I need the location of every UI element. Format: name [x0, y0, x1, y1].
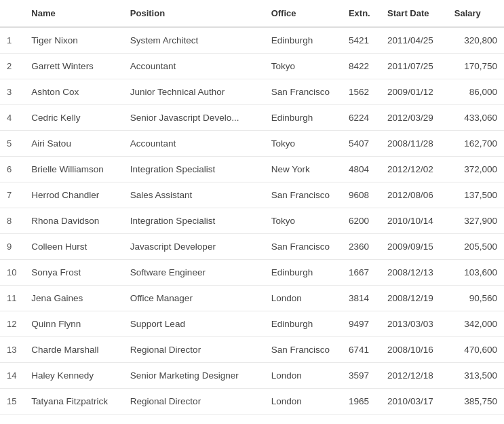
- cell-salary: 137,500: [448, 182, 504, 208]
- cell-office: London: [265, 286, 342, 311]
- cell-num: 5: [0, 131, 24, 157]
- header-office[interactable]: Office: [265, 0, 342, 27]
- cell-position: Integration Specialist: [123, 208, 265, 234]
- cell-salary: 433,060: [448, 105, 504, 131]
- cell-extn: 1965: [342, 389, 381, 415]
- cell-num: 4: [0, 105, 24, 131]
- cell-num: 8: [0, 208, 24, 234]
- cell-office: Edinburgh: [265, 27, 342, 54]
- header-salary[interactable]: Salary: [448, 0, 504, 27]
- cell-name: Jena Gaines: [24, 286, 123, 311]
- cell-salary: 327,900: [448, 208, 504, 234]
- cell-extn: 1562: [342, 79, 381, 105]
- cell-position: Regional Director: [123, 389, 265, 415]
- table-row[interactable]: 2Garrett WintersAccountantTokyo84222011/…: [0, 54, 504, 79]
- cell-position: Sales Assistant: [123, 182, 265, 208]
- cell-extn: 3814: [342, 286, 381, 311]
- cell-office: Edinburgh: [265, 260, 342, 286]
- cell-startdate: 2010/10/14: [381, 208, 448, 234]
- cell-office: Tokyo: [265, 208, 342, 234]
- cell-office: London: [265, 363, 342, 389]
- cell-extn: 9608: [342, 182, 381, 208]
- cell-num: 15: [0, 389, 24, 415]
- table-row[interactable]: 15Tatyana FitzpatrickRegional DirectorLo…: [0, 389, 504, 415]
- table-row[interactable]: 1Tiger NixonSystem ArchitectEdinburgh542…: [0, 27, 504, 54]
- employees-table-container: Name Position Office Extn. Start Date Sa…: [0, 0, 504, 415]
- table-row[interactable]: 5Airi SatouAccountantTokyo54072008/11/28…: [0, 131, 504, 157]
- cell-office: Edinburgh: [265, 311, 342, 337]
- cell-position: Javascript Developer: [123, 234, 265, 260]
- cell-startdate: 2009/09/15: [381, 234, 448, 260]
- table-row[interactable]: 12Quinn FlynnSupport LeadEdinburgh949720…: [0, 311, 504, 337]
- cell-position: System Architect: [123, 27, 265, 54]
- cell-num: 14: [0, 363, 24, 389]
- table-row[interactable]: 8Rhona DavidsonIntegration SpecialistTok…: [0, 208, 504, 234]
- cell-name: Quinn Flynn: [24, 311, 123, 337]
- cell-startdate: 2012/12/18: [381, 363, 448, 389]
- cell-name: Tiger Nixon: [24, 27, 123, 54]
- cell-startdate: 2008/10/16: [381, 337, 448, 363]
- cell-office: London: [265, 389, 342, 415]
- cell-salary: 90,560: [448, 286, 504, 311]
- header-position[interactable]: Position: [123, 0, 265, 27]
- table-row[interactable]: 13Charde MarshallRegional DirectorSan Fr…: [0, 337, 504, 363]
- cell-extn: 5407: [342, 131, 381, 157]
- cell-name: Rhona Davidson: [24, 208, 123, 234]
- cell-num: 11: [0, 286, 24, 311]
- cell-salary: 313,500: [448, 363, 504, 389]
- cell-name: Charde Marshall: [24, 337, 123, 363]
- cell-office: San Francisco: [265, 234, 342, 260]
- cell-salary: 162,700: [448, 131, 504, 157]
- table-row[interactable]: 9Colleen HurstJavascript DeveloperSan Fr…: [0, 234, 504, 260]
- cell-name: Brielle Williamson: [24, 157, 123, 182]
- header-extn[interactable]: Extn.: [342, 0, 381, 27]
- cell-salary: 342,000: [448, 311, 504, 337]
- cell-name: Garrett Winters: [24, 54, 123, 79]
- cell-startdate: 2012/03/29: [381, 105, 448, 131]
- cell-name: Airi Satou: [24, 131, 123, 157]
- cell-salary: 470,600: [448, 337, 504, 363]
- cell-num: 9: [0, 234, 24, 260]
- cell-num: 7: [0, 182, 24, 208]
- cell-salary: 170,750: [448, 54, 504, 79]
- table-row[interactable]: 6Brielle WilliamsonIntegration Specialis…: [0, 157, 504, 182]
- cell-extn: 3597: [342, 363, 381, 389]
- cell-office: San Francisco: [265, 337, 342, 363]
- cell-position: Accountant: [123, 54, 265, 79]
- cell-extn: 4804: [342, 157, 381, 182]
- cell-name: Ashton Cox: [24, 79, 123, 105]
- header-name[interactable]: Name: [24, 0, 123, 27]
- header-num: [0, 0, 24, 27]
- cell-extn: 6224: [342, 105, 381, 131]
- cell-name: Cedric Kelly: [24, 105, 123, 131]
- cell-num: 1: [0, 27, 24, 54]
- cell-salary: 372,000: [448, 157, 504, 182]
- cell-office: Tokyo: [265, 131, 342, 157]
- header-startdate[interactable]: Start Date: [381, 0, 448, 27]
- cell-position: Integration Specialist: [123, 157, 265, 182]
- table-row[interactable]: 14Haley KennedySenior Marketing Designer…: [0, 363, 504, 389]
- cell-num: 10: [0, 260, 24, 286]
- table-row[interactable]: 7Herrod ChandlerSales AssistantSan Franc…: [0, 182, 504, 208]
- cell-extn: 5421: [342, 27, 381, 54]
- cell-name: Tatyana Fitzpatrick: [24, 389, 123, 415]
- cell-startdate: 2011/04/25: [381, 27, 448, 54]
- cell-num: 6: [0, 157, 24, 182]
- table-row[interactable]: 3Ashton CoxJunior Technical AuthorSan Fr…: [0, 79, 504, 105]
- cell-office: Tokyo: [265, 54, 342, 79]
- cell-name: Haley Kennedy: [24, 363, 123, 389]
- table-row[interactable]: 11Jena GainesOffice ManagerLondon3814200…: [0, 286, 504, 311]
- cell-position: Regional Director: [123, 337, 265, 363]
- cell-office: Edinburgh: [265, 105, 342, 131]
- cell-num: 2: [0, 54, 24, 79]
- cell-extn: 2360: [342, 234, 381, 260]
- cell-name: Herrod Chandler: [24, 182, 123, 208]
- cell-extn: 8422: [342, 54, 381, 79]
- cell-num: 13: [0, 337, 24, 363]
- table-row[interactable]: 4Cedric KellySenior Javascript Develo...…: [0, 105, 504, 131]
- cell-salary: 320,800: [448, 27, 504, 54]
- cell-salary: 103,600: [448, 260, 504, 286]
- table-row[interactable]: 10Sonya FrostSoftware EngineerEdinburgh1…: [0, 260, 504, 286]
- cell-salary: 205,500: [448, 234, 504, 260]
- employees-table: Name Position Office Extn. Start Date Sa…: [0, 0, 504, 415]
